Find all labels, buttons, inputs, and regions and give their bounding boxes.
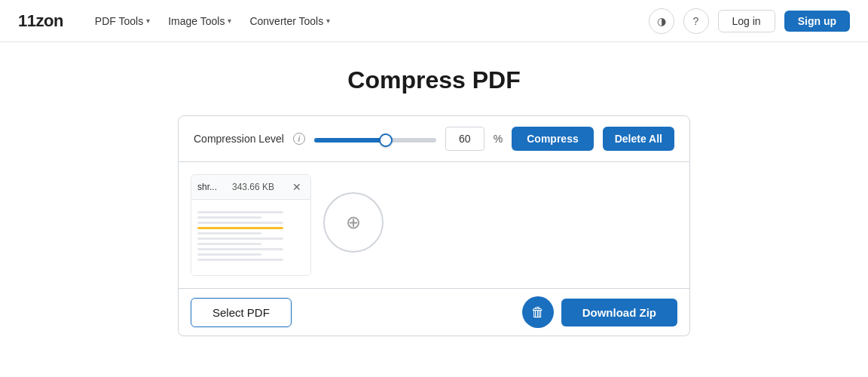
preview-line bbox=[197, 243, 261, 245]
preview-line bbox=[197, 259, 283, 261]
bottom-right: 🗑 Download Zip bbox=[522, 296, 677, 328]
main-content: Compress PDF Compression Level i 60 % Co… bbox=[0, 42, 868, 336]
help-button[interactable]: ? bbox=[683, 8, 709, 34]
nav-converter-tools[interactable]: Converter Tools ▾ bbox=[242, 11, 338, 32]
converter-tools-label: Converter Tools bbox=[249, 15, 323, 27]
delete-all-button[interactable]: Delete All bbox=[603, 127, 674, 151]
pdf-tools-chevron-icon: ▾ bbox=[146, 17, 150, 25]
percent-input[interactable]: 60 bbox=[445, 127, 484, 151]
theme-icon: ◑ bbox=[657, 15, 666, 27]
nav-image-tools[interactable]: Image Tools ▾ bbox=[160, 11, 239, 32]
plus-icon: ⊕ bbox=[346, 212, 361, 233]
nav-right: ◑ ? Log in Sign up bbox=[649, 8, 850, 34]
compression-slider[interactable] bbox=[314, 138, 436, 143]
file-close-button[interactable]: ✕ bbox=[289, 179, 304, 195]
navbar: 11zon PDF Tools ▾ Image Tools ▾ Converte… bbox=[0, 0, 868, 42]
logo-text: 11zon bbox=[18, 11, 63, 30]
theme-toggle-button[interactable]: ◑ bbox=[649, 8, 674, 34]
preview-line bbox=[197, 238, 283, 240]
trash-button[interactable]: 🗑 bbox=[522, 296, 554, 328]
select-pdf-button[interactable]: Select PDF bbox=[191, 298, 292, 327]
nav-links: PDF Tools ▾ Image Tools ▾ Converter Tool… bbox=[87, 11, 649, 32]
file-name: shr... bbox=[197, 182, 217, 192]
preview-line bbox=[197, 222, 283, 224]
trash-icon: 🗑 bbox=[531, 305, 545, 320]
pdf-preview bbox=[191, 205, 310, 270]
image-tools-chevron-icon: ▾ bbox=[228, 17, 231, 25]
preview-line bbox=[197, 248, 283, 250]
logo[interactable]: 11zon bbox=[18, 11, 63, 31]
add-more-button[interactable]: ⊕ bbox=[323, 192, 384, 253]
slider-container bbox=[314, 132, 436, 146]
preview-line bbox=[197, 232, 261, 234]
signup-button[interactable]: Sign up bbox=[784, 11, 850, 32]
preview-line bbox=[197, 216, 261, 219]
file-card: shr... 343.66 KB ✕ bbox=[191, 174, 311, 276]
download-zip-button[interactable]: Download Zip bbox=[561, 299, 677, 326]
control-bar: Compression Level i 60 % Compress Delete… bbox=[178, 115, 690, 162]
pdf-tools-label: PDF Tools bbox=[95, 15, 143, 27]
preview-line bbox=[197, 253, 261, 256]
page-title: Compress PDF bbox=[347, 66, 520, 94]
preview-line bbox=[197, 211, 283, 213]
percent-sign: % bbox=[494, 133, 503, 145]
file-preview bbox=[191, 200, 310, 275]
preview-highlight-line bbox=[197, 227, 283, 229]
file-card-header: shr... 343.66 KB ✕ bbox=[191, 175, 310, 200]
nav-pdf-tools[interactable]: PDF Tools ▾ bbox=[87, 11, 157, 32]
image-tools-label: Image Tools bbox=[168, 15, 225, 27]
converter-tools-chevron-icon: ▾ bbox=[326, 17, 330, 25]
compress-button[interactable]: Compress bbox=[512, 127, 593, 151]
help-icon: ? bbox=[693, 15, 699, 27]
info-icon[interactable]: i bbox=[293, 133, 305, 145]
login-button[interactable]: Log in bbox=[718, 10, 775, 32]
bottom-bar: Select PDF 🗑 Download Zip bbox=[178, 289, 690, 336]
file-size: 343.66 KB bbox=[232, 182, 274, 192]
compression-level-label: Compression Level bbox=[194, 133, 284, 145]
file-area: shr... 343.66 KB ✕ bbox=[178, 162, 690, 289]
